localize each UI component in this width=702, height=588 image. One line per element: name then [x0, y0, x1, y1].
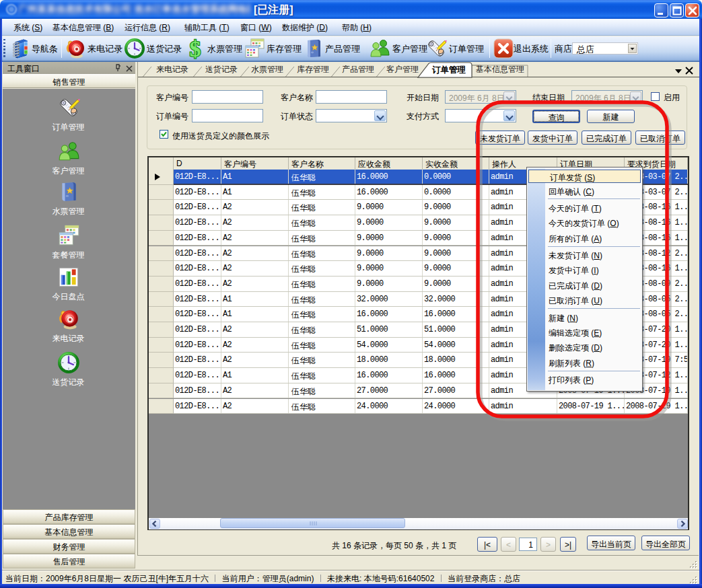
svg-text:订单管理: 订单管理 — [431, 65, 466, 75]
svg-text:来电记录: 来电记录 — [156, 65, 188, 74]
svg-text:水票管理: 水票管理 — [251, 65, 283, 74]
svg-text:基本信息管理: 基本信息管理 — [476, 65, 524, 74]
svg-text:客户管理: 客户管理 — [386, 65, 419, 74]
svg-text:产品管理: 产品管理 — [342, 65, 374, 74]
svg-text:$: $ — [190, 38, 201, 59]
svg-text:送货记录: 送货记录 — [205, 65, 238, 74]
svg-text:库存管理: 库存管理 — [297, 65, 329, 74]
